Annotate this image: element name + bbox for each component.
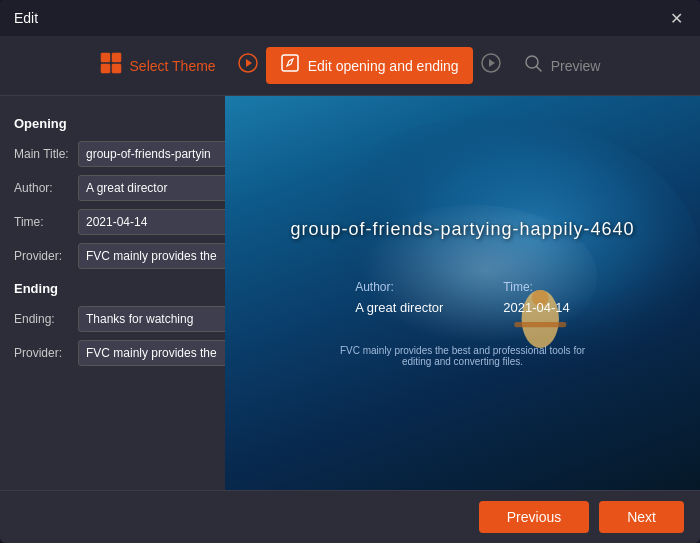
close-button[interactable]: ✕ bbox=[666, 8, 686, 28]
preview-text-overlay: group-of-friends-partying-happily-4640 A… bbox=[225, 96, 700, 490]
select-theme-icon bbox=[100, 52, 122, 79]
provider-input[interactable] bbox=[78, 243, 225, 269]
window-title: Edit bbox=[14, 10, 38, 26]
preview-panel: group-of-friends-partying-happily-4640 A… bbox=[225, 96, 700, 490]
toolbar: Select Theme Edit opening and ending Pre… bbox=[0, 36, 700, 96]
preview-provider-text: FVC mainly provides the best and profess… bbox=[333, 345, 593, 367]
author-row: Author: bbox=[14, 175, 211, 201]
main-title-row: Main Title: bbox=[14, 141, 211, 167]
step2-label: Edit opening and ending bbox=[308, 58, 459, 74]
provider-row: Provider: bbox=[14, 243, 211, 269]
preview-time-value: 2021-04-14 bbox=[503, 300, 570, 315]
svg-rect-0 bbox=[101, 53, 110, 62]
step2-edit-opening[interactable]: Edit opening and ending bbox=[266, 47, 473, 84]
main-content: Opening Main Title: Author: Time: Provid… bbox=[0, 96, 700, 490]
footer: Previous Next bbox=[0, 490, 700, 543]
preview-author-label: Author: bbox=[355, 280, 443, 294]
svg-marker-5 bbox=[246, 59, 252, 67]
svg-rect-6 bbox=[282, 55, 298, 71]
svg-marker-8 bbox=[489, 59, 495, 67]
ending-provider-row: Provider: bbox=[14, 340, 211, 366]
preview-author-value: A great director bbox=[355, 300, 443, 315]
step1-label: Select Theme bbox=[130, 58, 216, 74]
title-bar: Edit ✕ bbox=[0, 0, 700, 36]
step-arrow-2 bbox=[481, 53, 501, 78]
svg-line-10 bbox=[536, 67, 541, 72]
ending-row: Ending: bbox=[14, 306, 211, 332]
step-arrow-1 bbox=[238, 53, 258, 78]
time-label: Time: bbox=[14, 215, 72, 229]
preview-title: group-of-friends-partying-happily-4640 bbox=[290, 219, 634, 240]
opening-section-title: Opening bbox=[14, 116, 211, 131]
ending-input[interactable] bbox=[78, 306, 225, 332]
next-button[interactable]: Next bbox=[599, 501, 684, 533]
previous-button[interactable]: Previous bbox=[479, 501, 589, 533]
author-label: Author: bbox=[14, 181, 72, 195]
ending-section-title: Ending bbox=[14, 281, 211, 296]
preview-icon bbox=[523, 53, 543, 78]
preview-author-col: Author: A great director bbox=[355, 280, 443, 315]
ending-provider-input[interactable] bbox=[78, 340, 225, 366]
step3-label: Preview bbox=[551, 58, 601, 74]
main-title-label: Main Title: bbox=[14, 147, 72, 161]
author-input[interactable] bbox=[78, 175, 225, 201]
svg-rect-2 bbox=[101, 64, 110, 73]
left-panel: Opening Main Title: Author: Time: Provid… bbox=[0, 96, 225, 490]
time-row: Time: bbox=[14, 209, 211, 235]
time-input[interactable] bbox=[78, 209, 225, 235]
step1-select-theme[interactable]: Select Theme bbox=[86, 46, 230, 85]
preview-time-label: Time: bbox=[503, 280, 570, 294]
edit-icon bbox=[280, 53, 300, 78]
ending-provider-label: Provider: bbox=[14, 346, 72, 360]
main-title-input[interactable] bbox=[78, 141, 225, 167]
preview-time-col: Time: 2021-04-14 bbox=[503, 280, 570, 315]
ending-label: Ending: bbox=[14, 312, 72, 326]
provider-label: Provider: bbox=[14, 249, 72, 263]
step3-preview[interactable]: Preview bbox=[509, 47, 615, 84]
svg-rect-1 bbox=[112, 53, 121, 62]
preview-meta: Author: A great director Time: 2021-04-1… bbox=[355, 280, 570, 315]
edit-window: Edit ✕ Select Theme Edit opening and end… bbox=[0, 0, 700, 543]
svg-rect-3 bbox=[112, 64, 121, 73]
